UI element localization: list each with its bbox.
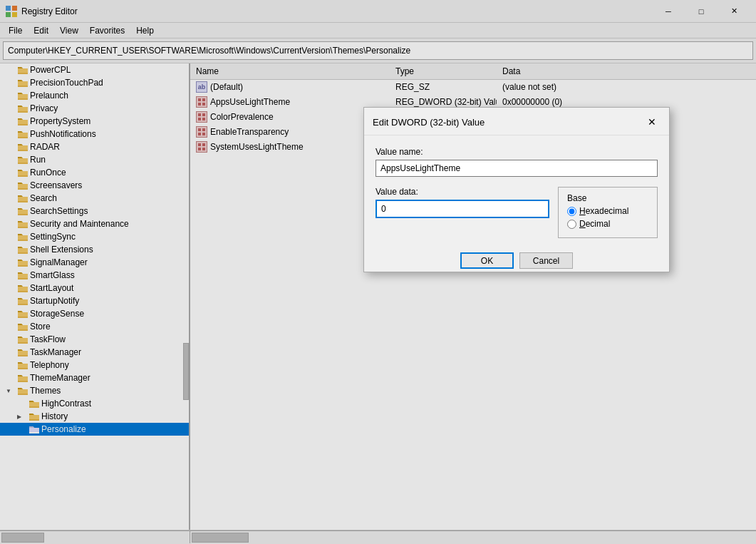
value-name-input[interactable]	[376, 160, 658, 177]
dialog-overlay: Edit DWORD (32-bit) Value ✕ Value name: …	[0, 0, 756, 544]
hexadecimal-radio[interactable]	[567, 207, 576, 216]
base-section: Base Hexadecimal Decimal	[558, 187, 658, 238]
cancel-button[interactable]: Cancel	[519, 252, 573, 269]
ok-button[interactable]: OK	[460, 252, 514, 269]
value-data-section: Value data:	[376, 187, 549, 218]
dialog-title-bar: Edit DWORD (32-bit) Value ✕	[364, 108, 669, 135]
edit-dword-dialog: Edit DWORD (32-bit) Value ✕ Value name: …	[363, 107, 670, 272]
decimal-radio-row: Decimal	[567, 219, 648, 229]
dialog-body: Value name: Value data: Base Hexadecimal	[364, 135, 669, 247]
hexadecimal-radio-row: Hexadecimal	[567, 206, 648, 216]
decimal-label: Decimal	[579, 219, 610, 229]
decimal-radio[interactable]	[567, 220, 576, 229]
dialog-title: Edit DWORD (32-bit) Value	[373, 117, 485, 128]
hexadecimal-label: Hexadecimal	[579, 206, 628, 216]
dialog-close-button[interactable]: ✕	[643, 113, 661, 130]
base-label: Base	[567, 193, 648, 203]
value-name-label: Value name:	[376, 147, 658, 157]
dialog-buttons: OK Cancel	[364, 247, 669, 272]
value-data-input[interactable]	[376, 200, 549, 218]
value-data-label: Value data:	[376, 187, 549, 197]
